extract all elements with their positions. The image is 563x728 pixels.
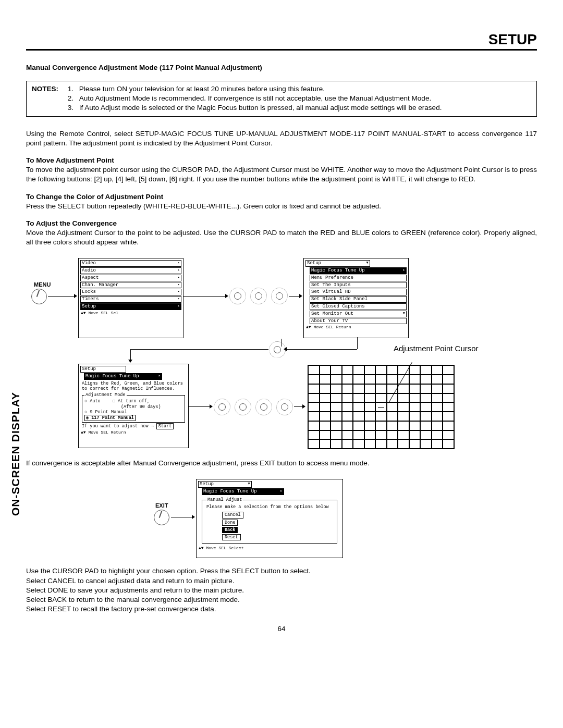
menu-footer: ▲▼ Move SEL Select: [199, 546, 340, 551]
adjustment-grid: [308, 365, 455, 449]
select-button-icon: [276, 399, 293, 415]
exit-label: EXIT: [155, 502, 168, 509]
menu-item: Chan. Manager▸: [80, 282, 181, 289]
note-num: 2.: [68, 94, 79, 103]
menu-item: Set Virtual HD: [310, 289, 407, 295]
menu-item: Timers▸: [80, 296, 181, 303]
option-item: Cancel: [222, 512, 243, 518]
note-text: If Auto Adjust mode is selected or the M…: [79, 103, 442, 113]
figure-exit: EXIT Setup▼ Magic Focus Tune Up▸ Manual …: [26, 476, 537, 562]
cursor-pad-icon: [271, 288, 288, 304]
menu-item: Set The Inputs: [310, 282, 407, 289]
section-heading-adjust: To Adjust the Convergence: [26, 219, 537, 227]
prompt-text: Please make a selection from the options…: [206, 504, 333, 510]
intro-paragraph: Using the Remote Control, select SETUP-M…: [26, 129, 537, 148]
section-body-move: To move the adjustment point cursor usin…: [26, 165, 537, 184]
menu-item: Audio▸: [80, 267, 181, 274]
cursor-pad-icon: [250, 288, 267, 304]
select-button-icon: [229, 288, 246, 304]
cursor-pad-icon: [214, 399, 230, 415]
section-heading-move: To Move Adjustment Point: [26, 156, 537, 164]
subtitle: Manual Convergence Adjustment Mode (117 …: [26, 64, 537, 71]
closing-line: Use the CURSOR PAD to highlight your cho…: [26, 566, 537, 576]
menu-item: Set Monitor Out▼: [310, 311, 407, 317]
menu-label: MENU: [34, 281, 51, 288]
menu-footer: ▲▼ Move SEL Return: [306, 325, 406, 330]
closing-line: Select DONE to save your adjustments and…: [26, 586, 537, 595]
cursor-label: Adjustment Point Cursor: [394, 344, 479, 353]
notes-label: NOTES:: [32, 84, 66, 94]
section-body-adjust: Move the Adjustment Cursor to the point …: [26, 228, 537, 247]
menu-item: Menu Preference: [310, 275, 407, 281]
menu-title: Setup: [80, 366, 126, 373]
radio-option-selected: ◉ 117 Point Manual: [84, 415, 136, 421]
radio-option: ○ 9 Point Manual: [84, 410, 182, 415]
figure-navigation: MENU Video▸ Audio▸ Aspect▸ Chan. Manager…: [26, 255, 537, 453]
menu-title: Setup▼: [198, 481, 252, 488]
page-header: SETUP: [26, 31, 537, 51]
osd-menu-main: Video▸ Audio▸ Aspect▸ Chan. Manager▸ Loc…: [78, 258, 183, 338]
note-num: 1.: [68, 84, 79, 94]
menu-footer: ▲▼ Move SEL Sel: [81, 311, 181, 316]
notes-box: NOTES: 1.Please turn ON your television …: [26, 81, 537, 117]
cursor-pad-icon: [235, 399, 251, 415]
menu-item: About Your TV: [310, 318, 407, 325]
closing-line: Select CANCEL to cancel adjusted data an…: [26, 576, 537, 586]
note-text: Please turn ON your television for at le…: [79, 84, 325, 94]
menu-item: Aspect▸: [80, 275, 181, 281]
menu-title: Setup▼: [305, 260, 370, 267]
section-heading-color: To Change the Color of Adjustment Point: [26, 193, 537, 201]
side-label-osd: ON-SCREEN DISPLAY: [9, 392, 22, 516]
closing-line: Select BACK to return to the manual conv…: [26, 595, 537, 604]
after-figure-text: If convergence is acceptable after Manua…: [26, 459, 537, 468]
menu-item-selected: Magic Focus Tune Up▸: [310, 267, 407, 274]
menu-sub-selected: Magic Focus Tune Up▸: [202, 488, 284, 495]
fieldset-legend: Manual Adjust: [206, 497, 243, 502]
menu-footer: ▲▼ Move SEL Return: [81, 430, 186, 435]
adjustment-point-cursor: [375, 402, 387, 412]
note-num: 3.: [68, 103, 79, 113]
page-number: 64: [26, 625, 537, 633]
osd-menu-magic-focus: Setup Magic Focus Tune Up▸ Aligns the Re…: [78, 364, 189, 448]
section-body-color: Press the SELECT button repeatedly (WHIT…: [26, 202, 537, 211]
menu-sub-selected: Magic Focus Tune Up▸: [84, 373, 162, 380]
start-button-graphic: Start: [156, 423, 174, 429]
cursor-pad-icon: [255, 399, 272, 415]
note-text: Auto Adjustment Mode is recommended. If …: [79, 94, 431, 103]
menu-item: Set Closed Captions: [310, 303, 407, 310]
prompt-row: If you want to adjust now → Start: [82, 424, 185, 429]
menu-item: Locks▸: [80, 289, 181, 295]
option-item-selected: Back: [222, 527, 238, 533]
option-item: Done: [222, 520, 238, 526]
radio-option: ○ Auto ☐ At turn off, (After 90 days): [84, 399, 182, 409]
menu-item: Set Black Side Panel: [310, 296, 407, 303]
fieldset-legend: Adjustment Mode: [84, 392, 127, 398]
option-item: Reset: [222, 534, 241, 540]
menu-item: Video▸: [80, 260, 181, 267]
closing-line: Select RESET to recall the factory pre-s…: [26, 604, 537, 614]
osd-menu-manual-adjust: Setup▼ Magic Focus Tune Up▸ Manual Adjus…: [196, 479, 343, 558]
menu-item-selected: Setup▸: [80, 303, 181, 310]
menu-description: Aligns the Red, Green, and Blue colors t…: [82, 381, 185, 391]
osd-menu-setup: Setup▼ Magic Focus Tune Up▸ Menu Prefere…: [303, 258, 409, 338]
